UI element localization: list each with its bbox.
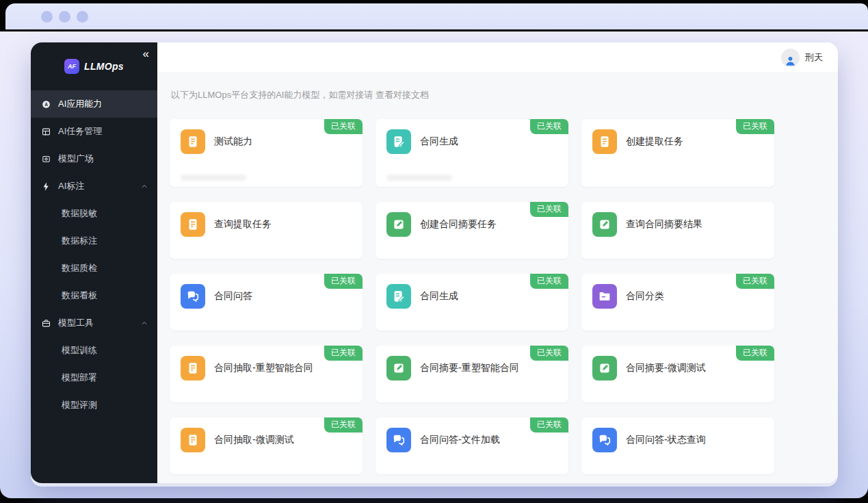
task-grid-icon [40,126,51,137]
page-description: 以下为LLMOps平台支持的AI能力模型，如需对接请 查看对接文档 [171,89,826,101]
capability-card[interactable]: 查询提取任务 [170,202,363,259]
pencil-icon [386,212,411,237]
linked-badge: 已关联 [530,346,568,361]
capability-card[interactable]: 合同生成已关联 [376,274,568,331]
sidebar-item[interactable]: 模型工具 [31,309,157,337]
capability-card[interactable]: 合同摘要-微调测试已关联 [581,346,774,402]
capability-card[interactable]: 合同问答-文件加载已关联 [376,417,568,474]
document-icon [592,129,617,154]
card-title: 创建提取任务 [626,136,683,148]
card-title: 合同问答-文件加载 [420,434,500,446]
redacted-description [181,175,246,181]
window-dot-icon [41,11,53,23]
capability-card[interactable]: 合同问答已关联 [170,274,363,331]
linked-badge: 已关联 [324,119,363,134]
capability-card[interactable]: 合同摘要-重塑智能合同已关联 [376,346,568,402]
capability-card-grid: 测试能力已关联合同生成已关联创建提取任务已关联查询提取任务创建合同摘要任务已关联… [170,119,826,483]
browser-topbar [5,3,868,29]
document-icon [181,212,205,237]
sidebar-item[interactable]: AI任务管理 [31,118,157,145]
main-panel: 刑天 以下为LLMOps平台支持的AI能力模型，如需对接请 查看对接文档 测试能… [157,42,838,483]
linked-badge: 已关联 [324,346,363,361]
description-text: 以下为LLMOps平台支持的AI能力模型，如需对接请 [171,90,373,100]
document-icon [181,428,205,452]
sidebar-subitem[interactable]: 模型部署 [31,364,157,391]
doc-pen-icon [386,129,411,154]
linked-badge: 已关联 [324,417,363,433]
docs-link[interactable]: 查看对接文档 [376,90,429,100]
page-background: « AF LLMOps AAI应用能力AI任务管理模型广场AI标注数据脱敏数据标… [0,31,868,498]
card-title: 合同摘要-微调测试 [626,362,706,374]
person-icon [784,54,797,67]
user-avatar[interactable] [781,49,800,67]
document-icon [181,129,205,154]
card-title: 合同摘要-重塑智能合同 [420,362,519,374]
card-title: 创建合同摘要任务 [420,218,497,231]
card-title: 合同问答 [214,290,252,302]
card-title: 合同生成 [420,290,458,302]
capability-card[interactable]: 测试能力已关联 [170,119,363,187]
linked-badge: 已关联 [324,274,363,289]
capability-card[interactable]: 合同分类已关联 [581,274,774,331]
sidebar-item-label: 模型广场 [58,153,94,165]
sidebar-subitem[interactable]: 模型训练 [31,337,157,364]
linked-badge: 已关联 [736,119,774,134]
username[interactable]: 刑天 [805,51,823,64]
sidebar-item-label: AI任务管理 [58,125,102,138]
window-dot-icon [77,11,88,23]
card-title: 合同分类 [626,290,664,302]
sidebar-subitem[interactable]: 模型评测 [31,391,157,419]
model-plaza-icon [40,153,51,164]
sidebar-item-label: 模型工具 [58,317,94,329]
sidebar-subitem[interactable]: 数据质检 [31,255,157,282]
sidebar-subitem[interactable]: 数据看板 [31,282,157,309]
card-title: 合同抽取-微调测试 [214,434,294,446]
ai-app-icon: A [40,99,51,109]
capability-card[interactable]: 合同问答-状态查询 [581,417,774,474]
sidebar-item[interactable]: 模型广场 [31,145,157,172]
logo: AF LLMOps [31,42,157,85]
card-title: 合同抽取-重塑智能合同 [214,362,313,374]
chevron-up-icon [141,320,148,326]
linked-badge: 已关联 [530,417,568,433]
linked-badge: 已关联 [736,274,774,289]
card-title: 查询提取任务 [214,218,272,231]
pencil-icon [592,212,617,237]
card-head: 合同问答-状态查询 [592,428,763,452]
chat-icon [181,284,205,309]
sidebar-item[interactable]: AI标注 [31,172,157,200]
sidebar-collapse-icon[interactable]: « [143,48,149,60]
toolbox-icon [40,318,51,328]
sidebar-nav: AAI应用能力AI任务管理模型广场AI标注数据脱敏数据标注数据质检数据看板模型工… [31,90,157,419]
capability-card[interactable]: 合同生成已关联 [376,119,568,187]
bolt-icon [40,181,51,192]
linked-badge: 已关联 [530,274,568,289]
app-header: 刑天 [157,42,838,73]
capability-card[interactable]: 合同抽取-重塑智能合同已关联 [170,346,363,402]
logo-text: LLMOps [84,61,124,72]
card-head: 查询提取任务 [181,212,352,237]
capability-card[interactable]: 创建提取任务已关联 [581,119,774,187]
linked-badge: 已关联 [530,202,568,217]
capability-card[interactable]: 查询合同摘要结果 [581,202,774,259]
sidebar: « AF LLMOps AAI应用能力AI任务管理模型广场AI标注数据脱敏数据标… [31,42,157,483]
linked-badge: 已关联 [530,119,568,134]
chat-icon [592,428,617,452]
document-icon [181,356,205,381]
sidebar-subitem[interactable]: 数据标注 [31,227,157,255]
card-title: 查询合同摘要结果 [626,218,702,231]
capability-card[interactable]: 合同抽取-微调测试已关联 [170,417,363,474]
sidebar-subitem[interactable]: 数据脱敏 [31,200,157,227]
app-window: « AF LLMOps AAI应用能力AI任务管理模型广场AI标注数据脱敏数据标… [31,42,838,483]
content-area: 以下为LLMOps平台支持的AI能力模型，如需对接请 查看对接文档 测试能力已关… [157,73,838,483]
capability-card[interactable]: 创建合同摘要任务已关联 [376,202,568,259]
doc-pen-icon [386,284,411,309]
pencil-icon [592,356,617,381]
sidebar-item[interactable]: AAI应用能力 [31,90,157,118]
logo-mark-icon: AF [64,59,79,74]
svg-text:A: A [44,102,48,107]
sidebar-item-label: AI应用能力 [58,98,102,110]
card-head: 查询合同摘要结果 [592,212,763,237]
pencil-icon [386,356,411,381]
linked-badge: 已关联 [736,346,774,361]
